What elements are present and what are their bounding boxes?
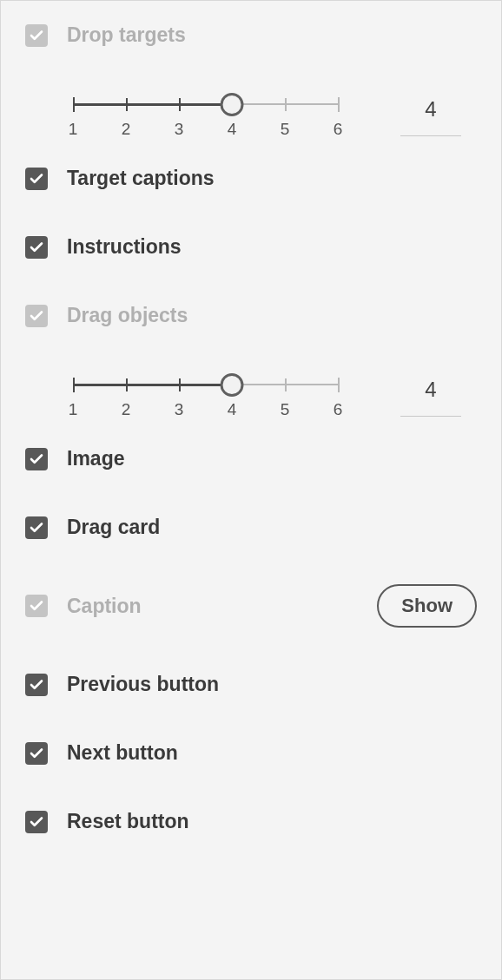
slider-track-filled <box>73 103 232 106</box>
drag-card-label: Drag card <box>67 516 160 539</box>
next-button-row: Next button <box>25 741 477 765</box>
drag-objects-label: Drag objects <box>67 304 188 327</box>
drop-targets-checkbox <box>25 24 48 47</box>
check-icon <box>29 746 44 761</box>
caption-checkbox <box>25 595 48 617</box>
drag-objects-slider-value[interactable]: 4 <box>400 378 461 417</box>
check-icon <box>29 677 44 693</box>
check-icon <box>29 240 44 255</box>
caption-row: Caption Show <box>25 584 477 628</box>
check-icon <box>29 171 44 187</box>
target-captions-checkbox[interactable] <box>25 168 48 190</box>
previous-button-label: Previous button <box>67 673 219 696</box>
drag-objects-row: Drag objects <box>25 304 477 327</box>
target-captions-label: Target captions <box>67 167 215 190</box>
image-checkbox[interactable] <box>25 448 48 470</box>
show-button[interactable]: Show <box>377 584 477 628</box>
previous-button-row: Previous button <box>25 673 477 696</box>
slider-knob[interactable] <box>221 93 244 116</box>
previous-button-checkbox[interactable] <box>25 674 48 696</box>
check-icon <box>29 814 44 830</box>
drop-targets-slider-row: 1 2 3 4 5 6 4 <box>25 92 477 141</box>
image-label: Image <box>67 447 124 470</box>
drag-card-checkbox[interactable] <box>25 516 48 539</box>
target-captions-row: Target captions <box>25 167 477 190</box>
drag-objects-slider-row: 1 2 3 4 5 6 4 <box>25 372 477 421</box>
reset-button-label: Reset button <box>67 810 189 833</box>
image-row: Image <box>25 447 477 470</box>
slider-track-filled <box>73 384 232 386</box>
drag-objects-slider[interactable]: 1 2 3 4 5 6 <box>73 372 338 421</box>
slider-knob[interactable] <box>221 373 244 397</box>
instructions-label: Instructions <box>67 235 182 259</box>
reset-button-row: Reset button <box>25 810 477 833</box>
drop-targets-slider-value[interactable]: 4 <box>400 97 461 136</box>
caption-label: Caption <box>67 595 142 618</box>
drop-targets-row: Drop targets <box>25 23 477 47</box>
instructions-checkbox[interactable] <box>25 236 48 259</box>
next-button-label: Next button <box>67 741 178 765</box>
reset-button-checkbox[interactable] <box>25 811 48 833</box>
drop-targets-label: Drop targets <box>67 23 186 47</box>
drop-targets-slider[interactable]: 1 2 3 4 5 6 <box>73 92 338 141</box>
next-button-checkbox[interactable] <box>25 742 48 765</box>
instructions-row: Instructions <box>25 235 477 259</box>
check-icon <box>29 28 44 43</box>
check-icon <box>29 598 44 614</box>
check-icon <box>29 520 44 536</box>
check-icon <box>29 308 44 324</box>
drag-card-row: Drag card <box>25 516 477 539</box>
drag-objects-checkbox <box>25 305 48 327</box>
check-icon <box>29 451 44 467</box>
